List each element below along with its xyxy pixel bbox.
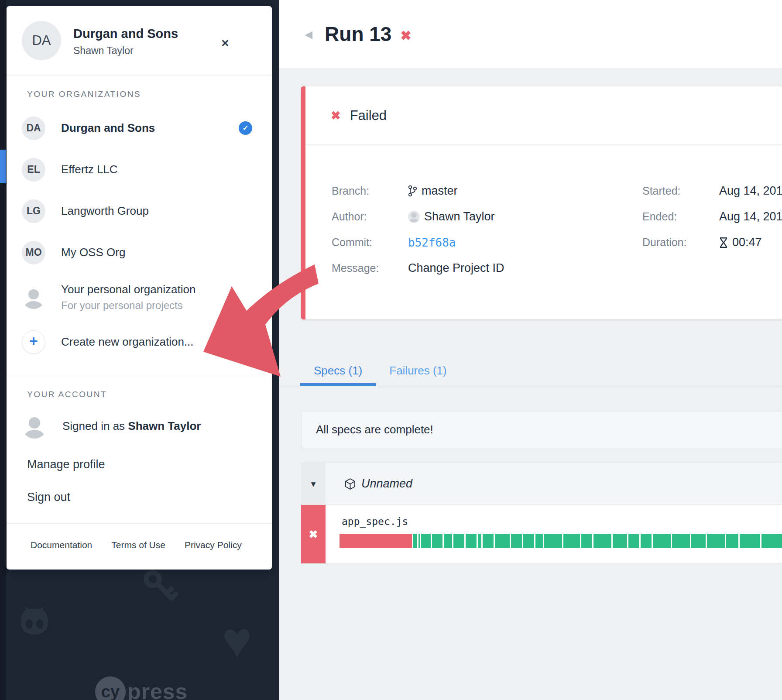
org-item-personal[interactable]: Your personal organization For your pers…: [7, 273, 272, 321]
detail-row-ended: Ended: Aug 14, 201: [642, 204, 782, 230]
bar-segment-passed: [444, 534, 452, 548]
detail-row-commit: Commit: b52f68a: [332, 230, 642, 255]
duration-label: Duration:: [642, 236, 719, 249]
tab-specs[interactable]: Specs (1): [300, 358, 376, 385]
collapse-toggle[interactable]: ▾: [301, 463, 326, 504]
org-item-avatar: DA: [22, 117, 45, 140]
bar-segment-passed: [478, 534, 481, 548]
tabs-divider: [279, 387, 782, 387]
org-item-label: Durgan and Sons: [61, 121, 155, 135]
bar-segment-passed: [593, 534, 611, 548]
terms-of-use-link[interactable]: Terms of Use: [111, 540, 165, 550]
message-value: Change Project ID: [408, 261, 504, 275]
commit-sha-link[interactable]: b52f68a: [408, 236, 456, 249]
org-item-avatar: MO: [22, 241, 45, 264]
org-avatar: DA: [22, 21, 61, 60]
create-org-button[interactable]: + Create new organization...: [7, 321, 272, 363]
panel-user-name: Shawn Taylor: [73, 45, 272, 57]
org-item-durgan-and-sons[interactable]: DA Durgan and Sons ✓: [7, 107, 272, 149]
spec-group: ▾ Unnamed ✖ app_spec.js: [301, 463, 782, 564]
detail-row-author: Author: Shawn Taylor: [332, 204, 642, 230]
author-label: Author:: [332, 210, 408, 223]
org-item-my-oss-org[interactable]: MO My OSS Org: [7, 232, 272, 273]
bar-segment-passed: [418, 534, 420, 548]
personal-org-title: Your personal organization: [61, 283, 196, 296]
user-avatar-icon: [22, 413, 47, 439]
bar-segment-passed: [613, 534, 627, 548]
package-cube-icon: [345, 478, 356, 490]
bar-segment-passed: [453, 534, 464, 548]
run-tabs: Specs (1) Failures (1): [279, 358, 782, 385]
privacy-policy-link[interactable]: Privacy Policy: [185, 540, 242, 550]
manage-profile-link[interactable]: Manage profile: [27, 458, 272, 471]
account-section-label: YOUR ACCOUNT: [27, 390, 272, 399]
fail-x-icon: ✖: [309, 528, 318, 541]
details-right-column: Started: Aug 14, 201 Ended: Aug 14, 201 …: [642, 178, 782, 281]
bar-segment-passed: [466, 534, 477, 548]
spec-filename: app_spec.js: [342, 516, 782, 527]
run-header: ◂ Run 13 ✖: [279, 0, 782, 68]
bar-segment-passed: [511, 534, 522, 548]
active-nav-indicator: [0, 150, 6, 183]
personal-org-subtitle: For your personal projects: [61, 299, 196, 312]
detail-row-message: Message: Change Project ID: [332, 255, 642, 281]
org-item-effertz-llc[interactable]: EL Effertz LLC: [7, 149, 272, 190]
spec-group-title: Unnamed: [326, 463, 412, 504]
org-item-langworth-group[interactable]: LG Langworth Group: [7, 190, 272, 232]
branch-value: master: [408, 184, 458, 198]
spec-failed-marker: ✖: [301, 505, 326, 563]
cypress-logo-circle: cy: [95, 676, 126, 700]
bar-segment-passed: [628, 534, 639, 548]
cypress-logo-text: press: [127, 679, 188, 700]
bar-segment-passed: [726, 534, 738, 548]
tab-failures[interactable]: Failures (1): [376, 358, 460, 385]
bar-segment-passed: [432, 534, 442, 548]
caret-down-icon: ▾: [311, 479, 316, 489]
details-left-column: Branch: master Author:: [305, 178, 642, 281]
ended-value: Aug 14, 201: [719, 210, 782, 223]
tab-strip: Specs (1) Failures (1): [300, 358, 460, 385]
ended-label: Ended:: [642, 210, 719, 223]
cypress-logo: cy press: [95, 676, 188, 700]
specs-complete-banner: All specs are complete!: [301, 411, 782, 448]
create-org-label: Create new organization...: [61, 335, 194, 349]
octocat-icon: [17, 606, 51, 636]
spec-content: app_spec.js: [326, 505, 782, 563]
documentation-link[interactable]: Documentation: [31, 540, 92, 550]
bar-segment-passed: [740, 534, 760, 548]
bar-segment-passed: [421, 534, 431, 548]
author-avatar: [408, 211, 420, 223]
detail-row-branch: Branch: master: [332, 178, 642, 204]
org-switcher-panel: DA Durgan and Sons Shawn Taylor ✕ YOUR O…: [7, 6, 272, 570]
detail-row-started: Started: Aug 14, 201: [642, 178, 782, 204]
main-content: ◂ Run 13 ✖ ✖ Failed Branch:: [279, 0, 782, 700]
bar-segment-passed: [563, 534, 580, 548]
page-title: Run 13: [325, 22, 391, 46]
panel-divider: [7, 75, 272, 76]
spec-row[interactable]: ✖ app_spec.js: [301, 505, 782, 564]
run-details: Branch: master Author:: [305, 145, 782, 319]
bar-segment-passed: [413, 534, 417, 548]
close-icon[interactable]: ✕: [219, 37, 232, 50]
bar-segment-passed: [653, 534, 671, 548]
left-rail: [0, 0, 6, 700]
git-branch-icon: [408, 185, 417, 197]
organizations-list: DA Durgan and Sons ✓ EL Effertz LLC LG L…: [7, 107, 272, 363]
org-item-label: Langworth Group: [61, 204, 149, 218]
status-label: Failed: [350, 108, 387, 124]
organizations-section-label: YOUR ORGANIZATIONS: [27, 89, 272, 99]
org-item-label: My OSS Org: [61, 246, 125, 259]
bar-segment-passed: [483, 534, 494, 548]
org-item-avatar: EL: [22, 158, 45, 182]
panel-org-name: Durgan and Sons: [73, 27, 272, 41]
key-icon: [141, 567, 182, 604]
org-item-label: Effertz LLC: [61, 163, 118, 176]
panel-divider: [7, 376, 272, 376]
sign-out-link[interactable]: Sign out: [27, 491, 272, 504]
run-body: ✖ Failed Branch:: [279, 68, 782, 700]
bar-segment-passed: [691, 534, 706, 548]
back-chevron-icon[interactable]: ◂: [305, 26, 312, 42]
signed-in-text: Signed in as Shawn Taylor: [62, 419, 201, 433]
panel-header: DA Durgan and Sons Shawn Taylor ✕: [7, 6, 272, 75]
started-value: Aug 14, 201: [719, 184, 782, 198]
